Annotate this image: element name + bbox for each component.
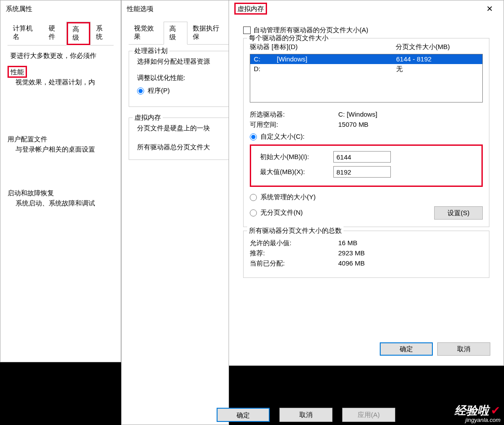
close-button[interactable]: ✕ [481, 0, 498, 17]
radio-system-label: 系统管理的大小(Y) [260, 193, 316, 201]
drive-row-d[interactable]: D: 无 [250, 64, 482, 74]
cur-label: 当前已分配: [250, 259, 338, 268]
drive-list[interactable]: C: [Windows] 6144 - 8192 D: 无 [250, 54, 483, 102]
tab-advanced[interactable]: 高级 [66, 22, 91, 46]
radio-programs[interactable]: 程序(P) [137, 87, 221, 95]
drive-label [277, 64, 396, 74]
system-properties-dialog: 系统属性 计算机名 硬件 高级 系统 要进行大多数更改，你必须作 性能 视觉效果… [0, 0, 121, 362]
watermark: 经验啦 ✔ jingyanla.com [454, 404, 500, 423]
radio-programs-label: 程序(P) [148, 87, 170, 95]
tab-computer-name[interactable]: 计算机名 [8, 22, 43, 45]
max-size-label: 最大值(MB)(X): [254, 168, 333, 176]
auto-manage-label: 自动管理所有驱动器的分页文件大小(A) [253, 26, 368, 34]
vm-footer: 确定 取消 [380, 342, 490, 356]
per-drive-legend: 每个驱动器的分页文件大小 [247, 34, 330, 42]
intro-text: 要进行大多数更改，你必须作 [10, 52, 114, 60]
startup-section-title: 启动和故障恢复 [8, 189, 114, 197]
drive-row-c[interactable]: C: [Windows] 6144 - 8192 [250, 54, 482, 64]
tab-visual[interactable]: 视觉效果 [129, 22, 164, 44]
min-label: 允许的最小值: [250, 239, 338, 247]
dialog-title: 虚拟内存 ✕ [229, 0, 504, 17]
drive-label: [Windows] [277, 54, 396, 64]
drive-letter: D: [250, 64, 277, 74]
drive-letter: C: [250, 54, 277, 64]
vm-total-label: 所有驱动器总分页文件大 [137, 143, 221, 152]
selected-drive-value: C: [Windows] [338, 110, 483, 119]
free-space-value: 15070 MB [338, 121, 483, 129]
custom-size-box: 初始大小(MB)(I): 最大值(MB)(X): [250, 144, 483, 187]
profiles-desc: 与登录帐户相关的桌面设置 [8, 145, 114, 157]
rec-value: 2923 MB [338, 249, 483, 258]
max-size-input[interactable] [333, 166, 391, 178]
initial-size-label: 初始大小(MB)(I): [254, 153, 333, 161]
performance-footer: 确定 取消 应用(A) [217, 405, 395, 425]
radio-none[interactable]: 无分页文件(N) [250, 209, 303, 217]
radio-custom-label: 自定义大小(C): [260, 133, 305, 141]
performance-options-dialog: 性能选项 视觉效果 高级 数据执行保 处理器计划 选择如何分配处理器资源 调整以… [121, 0, 229, 425]
processor-plan-title: 处理器计划 [133, 47, 169, 55]
radio-none-input[interactable] [250, 209, 257, 216]
radio-programs-input[interactable] [137, 87, 144, 95]
ok-button[interactable]: 确定 [380, 342, 433, 356]
checkbox-icon [243, 27, 251, 34]
startup-desc: 系统启动、系统故障和调试 [8, 199, 114, 211]
tab-system[interactable]: 系统 [91, 22, 114, 45]
tab-advanced[interactable]: 高级 [164, 22, 187, 45]
col-size-header: 分页文件大小(MB) [396, 43, 450, 51]
processor-plan-desc: 选择如何分配处理器资源 [137, 57, 221, 66]
ok-button[interactable]: 确定 [217, 408, 270, 422]
check-icon: ✔ [491, 404, 500, 417]
cancel-button[interactable]: 取消 [279, 408, 332, 422]
totals-legend: 所有驱动器分页文件大小的总数 [247, 227, 344, 235]
tab-dep[interactable]: 数据执行保 [187, 22, 229, 44]
radio-system[interactable]: 系统管理的大小(Y) [250, 193, 483, 201]
virtual-memory-dialog: 虚拟内存 ✕ 自动管理所有驱动器的分页文件大小(A) 每个驱动器的分页文件大小 … [229, 0, 504, 366]
tab-hardware[interactable]: 硬件 [43, 22, 66, 45]
vm-section-title: 虚拟内存 [133, 114, 163, 122]
adjust-label: 调整以优化性能: [137, 74, 221, 82]
profiles-section-title: 用户配置文件 [8, 135, 114, 144]
free-space-label: 可用空间: [250, 121, 338, 129]
cancel-button[interactable]: 取消 [437, 342, 490, 356]
selected-drive-label: 所选驱动器: [250, 110, 338, 119]
col-drive-header: 驱动器 [卷标](D) [250, 43, 396, 51]
drive-size: 无 [396, 64, 482, 74]
rec-label: 推荐: [250, 249, 338, 258]
vm-desc: 分页文件是硬盘上的一块 [137, 124, 221, 133]
set-button[interactable]: 设置(S) [434, 206, 483, 220]
drive-size: 6144 - 8192 [396, 54, 482, 64]
tabs: 计算机名 硬件 高级 系统 [8, 22, 114, 46]
performance-section-title: 性能 [8, 66, 27, 78]
dialog-title: 性能选项 [122, 0, 229, 17]
dialog-title: 系统属性 [0, 0, 121, 17]
radio-custom-input[interactable] [250, 133, 257, 140]
radio-system-input[interactable] [250, 194, 257, 201]
radio-none-label: 无分页文件(N) [260, 209, 303, 217]
tabs: 视觉效果 高级 数据执行保 [129, 22, 229, 45]
apply-button[interactable]: 应用(A) [342, 408, 395, 422]
auto-manage-checkbox[interactable]: 自动管理所有驱动器的分页文件大小(A) [243, 26, 489, 34]
initial-size-input[interactable] [333, 151, 391, 163]
cur-value: 4096 MB [338, 259, 483, 268]
radio-custom[interactable]: 自定义大小(C): [250, 133, 483, 141]
performance-desc: 视觉效果，处理器计划，内 [8, 78, 114, 90]
min-value: 16 MB [338, 239, 483, 247]
dialog-title-text: 虚拟内存 [234, 3, 267, 15]
